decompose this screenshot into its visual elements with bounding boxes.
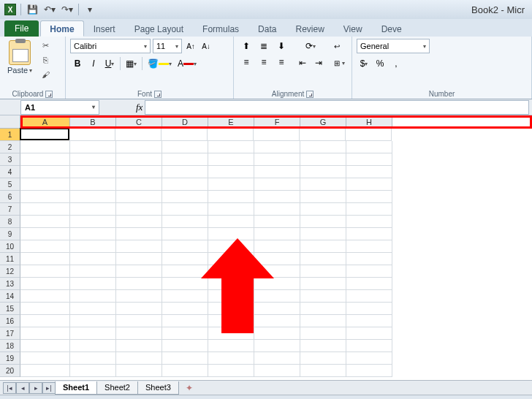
cell-D13[interactable] [162,278,208,290]
cell-A17[interactable] [20,327,70,340]
tab-insert[interactable]: Insert [84,20,125,37]
cell-A12[interactable] [20,265,70,278]
cell-H15[interactable] [346,303,392,315]
row-header-1[interactable]: 1 [0,129,20,141]
align-bottom-button[interactable]: ⬇ [273,39,289,53]
cell-F16[interactable] [254,315,300,327]
shrink-font-button[interactable]: A↓ [200,39,213,53]
tab-formulas[interactable]: Formulas [193,20,248,37]
cell-C11[interactable] [116,253,162,265]
cell-A11[interactable] [20,253,70,265]
cell-D10[interactable] [162,240,208,253]
tab-file[interactable]: File [4,20,39,37]
cell-E14[interactable] [208,290,254,303]
cell-H12[interactable] [346,265,392,278]
font-name-dropdown[interactable]: Calibri▾ [70,39,151,53]
column-header-A[interactable]: A [20,115,70,129]
cell-B13[interactable] [70,278,116,290]
cell-F19[interactable] [254,352,300,365]
spreadsheet-grid[interactable]: ABCDEFGH 1234567891011121314151617181920 [0,115,532,380]
cell-E17[interactable] [208,327,254,340]
cell-B10[interactable] [70,240,116,253]
cell-E15[interactable] [208,303,254,315]
cell-A2[interactable] [20,141,70,153]
cell-G19[interactable] [300,352,346,365]
undo-button[interactable]: ↶▾ [43,3,56,16]
cell-B11[interactable] [70,253,116,265]
sheet-nav-prev[interactable]: ◂ [16,382,29,394]
row-header-6[interactable]: 6 [0,191,20,203]
cell-A15[interactable] [20,303,70,315]
cell-E5[interactable] [208,178,254,191]
font-size-dropdown[interactable]: 11▾ [153,39,182,53]
increase-indent-button[interactable]: ⇥ [311,56,326,70]
row-header-2[interactable]: 2 [0,141,20,153]
clipboard-launcher[interactable] [45,91,53,98]
cell-C18[interactable] [116,340,162,352]
cell-G15[interactable] [300,303,346,315]
cell-G18[interactable] [300,340,346,352]
cell-H8[interactable] [346,216,392,228]
cell-A3[interactable] [20,153,70,166]
currency-button[interactable]: $▾ [357,56,371,71]
cell-E8[interactable] [208,216,254,228]
row-header-9[interactable]: 9 [0,228,20,240]
cell-F4[interactable] [254,166,300,178]
cell-F1[interactable] [254,129,300,141]
cell-B4[interactable] [70,166,116,178]
select-all-corner[interactable] [0,115,20,129]
cell-F20[interactable] [254,365,300,377]
sheet-tab-1[interactable]: Sheet1 [55,381,97,395]
cell-H7[interactable] [346,203,392,216]
cell-D12[interactable] [162,265,208,278]
cell-D6[interactable] [162,191,208,203]
cell-C13[interactable] [116,278,162,290]
align-left-button[interactable]: ≡ [238,55,254,69]
cell-H9[interactable] [346,228,392,240]
formula-bar[interactable] [145,100,529,115]
cell-E13[interactable] [208,278,254,290]
cell-A6[interactable] [20,191,70,203]
column-header-G[interactable]: G [300,115,346,129]
row-header-5[interactable]: 5 [0,178,20,191]
cell-B3[interactable] [70,153,116,166]
cell-G12[interactable] [300,265,346,278]
cell-D2[interactable] [162,141,208,153]
cell-D15[interactable] [162,303,208,315]
redo-button[interactable]: ↷▾ [61,3,74,16]
cell-A4[interactable] [20,166,70,178]
cell-A9[interactable] [20,228,70,240]
cell-B20[interactable] [70,365,116,377]
cut-button[interactable]: ✂ [38,39,53,52]
cell-C19[interactable] [116,352,162,365]
wrap-text-button[interactable]: ↩ [332,39,347,53]
cell-F15[interactable] [254,303,300,315]
cell-E9[interactable] [208,228,254,240]
cell-B12[interactable] [70,265,116,278]
decrease-indent-button[interactable]: ⇤ [295,56,310,70]
row-header-18[interactable]: 18 [0,340,20,352]
font-launcher[interactable] [154,91,162,98]
cell-F9[interactable] [254,228,300,240]
cell-D14[interactable] [162,290,208,303]
cell-G10[interactable] [300,240,346,253]
cell-B15[interactable] [70,303,116,315]
cell-C9[interactable] [116,228,162,240]
row-header-8[interactable]: 8 [0,216,20,228]
merge-center-button[interactable]: ⊞▾ [332,56,347,70]
cell-C14[interactable] [116,290,162,303]
cell-B18[interactable] [70,340,116,352]
cell-F8[interactable] [254,216,300,228]
tab-review[interactable]: Review [286,20,333,37]
cell-F3[interactable] [254,153,300,166]
cell-E18[interactable] [208,340,254,352]
column-header-F[interactable]: F [254,115,300,129]
cell-A10[interactable] [20,240,70,253]
number-format-dropdown[interactable]: General▾ [357,39,430,53]
cell-G7[interactable] [300,203,346,216]
cell-D16[interactable] [162,315,208,327]
cell-C15[interactable] [116,303,162,315]
cell-E7[interactable] [208,203,254,216]
tab-data[interactable]: Data [248,20,286,37]
comma-button[interactable]: , [389,56,403,71]
